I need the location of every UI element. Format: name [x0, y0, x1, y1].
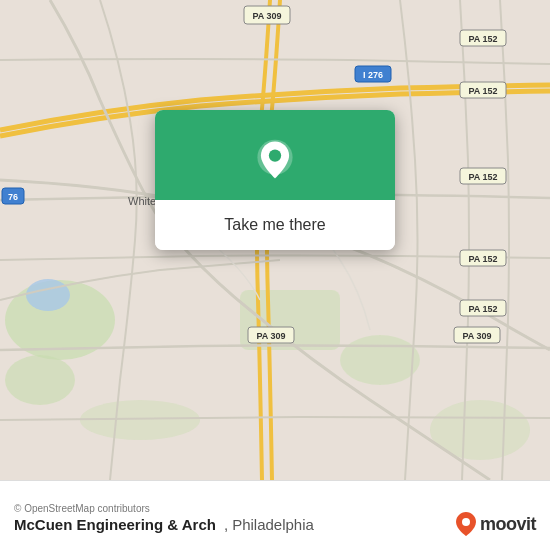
moovit-logo: moovit	[456, 512, 536, 536]
take-me-there-button[interactable]: Take me there	[155, 200, 395, 250]
svg-point-30	[269, 149, 281, 161]
moovit-text: moovit	[480, 514, 536, 535]
location-city: Philadelphia	[232, 516, 314, 533]
svg-point-31	[462, 518, 470, 526]
svg-text:PA 152: PA 152	[468, 34, 497, 44]
svg-text:PA 152: PA 152	[468, 254, 497, 264]
svg-point-4	[340, 335, 420, 385]
moovit-pin-icon	[456, 512, 476, 536]
popup-green-area	[155, 110, 395, 200]
svg-text:PA 152: PA 152	[468, 304, 497, 314]
svg-text:PA 309: PA 309	[252, 11, 281, 21]
svg-text:76: 76	[8, 192, 18, 202]
svg-text:I 276: I 276	[363, 70, 383, 80]
svg-text:PA 152: PA 152	[468, 172, 497, 182]
svg-point-7	[26, 279, 70, 311]
svg-text:PA 309: PA 309	[462, 331, 491, 341]
svg-text:PA 309: PA 309	[256, 331, 285, 341]
popup-card: Take me there	[155, 110, 395, 250]
location-pin-icon	[253, 138, 297, 182]
svg-text:PA 152: PA 152	[468, 86, 497, 96]
svg-point-2	[5, 355, 75, 405]
map-container: PA 309 I 276 PA 152 PA 152 PA 152 PA 152…	[0, 0, 550, 480]
location-name: McCuen Engineering & Arch	[14, 516, 216, 533]
bottom-bar: © OpenStreetMap contributors McCuen Engi…	[0, 480, 550, 550]
copyright-text: © OpenStreetMap contributors	[14, 503, 150, 514]
